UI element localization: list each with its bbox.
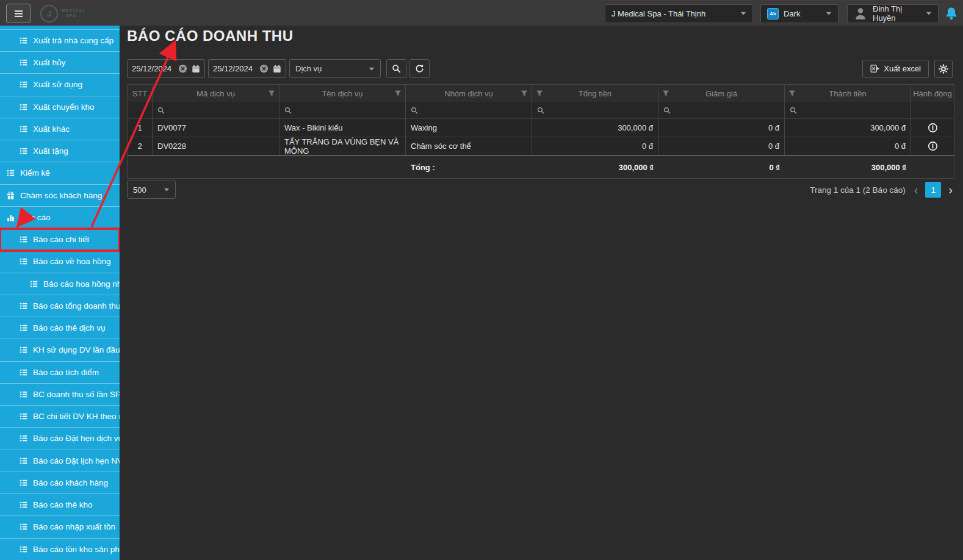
sidebar-item[interactable]: Xuất tặng [0,140,120,162]
filter-funnel-icon[interactable] [536,90,543,97]
logo-circle: J [40,5,58,23]
sidebar-item-label: Báo cáo Đặt lịch hẹn NV [33,456,120,465]
sidebar-item[interactable]: Báo cáo Đặt hẹn dịch vụ [0,428,120,450]
sidebar-item[interactable]: Xuất trả nhà cung cấp [0,30,120,52]
chart-icon [6,214,15,221]
filter-funnel-icon[interactable] [521,90,528,97]
table-cell: 1 [128,119,153,137]
main-content: BÁO CÁO DOANH THU 25/12/2024 25/12/2024 … [120,24,963,560]
column-header[interactable]: Hành động [911,85,954,102]
search-button[interactable] [386,59,406,78]
sidebar-item-label: Báo cáo tổng doanh thu [33,301,120,311]
column-search-input[interactable] [532,102,658,118]
next-page-button[interactable]: › [948,182,953,198]
list-icon [19,81,28,88]
column-header[interactable]: Tổng tiền [532,85,658,102]
column-header-label: Mã dịch vụ [197,89,235,98]
sidebar-item-label: BC chi tiết DV KH theo ngày giờ [33,412,120,421]
topbar: J MEDICAL - SPA - J Medical Spa - Thái T… [0,0,963,26]
table-row[interactable]: 1DV0077Wax - Bikini kiểuWaxing300,000 đ0… [128,118,954,137]
date-to-input[interactable]: 25/12/2024 [208,59,286,78]
info-icon[interactable] [928,123,938,133]
column-header[interactable]: STT [128,85,153,102]
filter-funnel-icon[interactable] [268,90,275,97]
sidebar-item[interactable]: Báo cáo thẻ dịch vụ [0,317,120,339]
sidebar-item[interactable]: Báo cáo nhập xuất tồn [0,516,120,538]
table-row[interactable]: 2DV0228TẨY TRẮNG DA VÙNG BẸN VÀ MÔNGChăm… [128,137,954,155]
sidebar-item[interactable]: Báo cáo tổng doanh thu [0,295,120,317]
filter-funnel-icon[interactable] [394,90,402,97]
info-icon[interactable] [928,141,938,151]
sidebar-item[interactable]: Kiểm kê [0,162,120,184]
sidebar-item[interactable]: Xuất sử dụng [0,74,120,96]
sidebar-item[interactable]: Xuất chuyển kho [0,96,120,118]
table-cell: Waxing [406,119,532,137]
prev-page-button[interactable]: ‹ [914,182,918,198]
calendar-icon[interactable] [273,65,281,73]
table-cell: Wax - Bikini kiểu [280,119,406,137]
page-size-select[interactable]: 500 [127,181,176,199]
excel-export-icon [870,64,879,73]
chevron-down-icon [369,66,375,71]
settings-button[interactable] [934,60,953,78]
total-amount: 300,000 ₫ [619,163,654,172]
export-excel-button[interactable]: Xuất excel [862,60,929,78]
column-header[interactable]: Giảm giá [658,85,785,102]
list-icon [19,412,28,420]
column-search-input[interactable] [658,102,785,118]
clear-date-icon[interactable] [178,64,187,73]
clear-date-icon[interactable] [259,64,269,73]
sidebar-item-label: Báo cáo nhập xuất tồn [33,522,115,531]
column-search-input[interactable] [785,102,911,118]
filter-funnel-icon[interactable] [788,90,796,97]
sidebar-item[interactable]: Báo cáo tích điểm [0,362,120,384]
calendar-icon[interactable] [192,65,200,73]
date-to-value: 25/12/2024 [213,64,253,73]
column-search-input[interactable] [406,102,532,118]
column-header[interactable]: Nhóm dịch vụ [406,85,532,102]
column-header[interactable]: Tên dịch vụ [280,85,406,102]
column-header-label: Nhóm dịch vụ [444,89,492,98]
column-header[interactable]: Mã dịch vụ [153,85,280,102]
row-action-cell [911,119,954,137]
sidebar-item[interactable]: Báo cáo hoa hồng nhân viê... [0,273,120,295]
notifications-bell-icon[interactable] [945,6,958,21]
branch-select[interactable]: J Medical Spa - Thái Thịnh [605,4,753,23]
sidebar-item[interactable]: Báo cáo [0,207,120,229]
menu-toggle-button[interactable] [6,4,31,23]
sidebar-item[interactable]: BC chi tiết DV KH theo ngày giờ [0,406,120,428]
sidebar-item[interactable]: Báo cáo thẻ kho [0,494,120,516]
column-search-input[interactable] [153,102,280,118]
date-from-input[interactable]: 25/12/2024 [127,59,205,78]
sidebar-item-label: Báo cáo chi tiết [33,235,89,244]
service-select[interactable]: Dịch vụ [289,59,381,78]
search-icon [411,107,418,114]
app-logo: J MEDICAL - SPA - [40,5,86,23]
sidebar-item[interactable]: Xuất hủy [0,52,120,74]
sidebar-item[interactable]: Báo cáo về hoa hồng [0,251,120,273]
sidebar-item-active[interactable]: Báo cáo chi tiết [0,229,120,251]
column-header[interactable]: Thành tiền [785,85,911,102]
sidebar-item-label: Báo cáo thẻ kho [33,500,93,509]
sidebar-item[interactable]: BC doanh thu số lần SP/ DV [0,384,120,406]
list-icon [19,59,28,66]
search-icon [284,107,292,114]
column-search-input[interactable] [280,102,406,118]
sidebar-item[interactable]: Báo cáo tồn kho sản phẩm [0,539,120,560]
list-icon [19,346,28,354]
filter-funnel-icon[interactable] [662,90,669,97]
sidebar-item-label: Xuất trả nhà cung cấp [33,36,114,45]
sidebar-item[interactable]: Xuất khác [0,118,120,140]
column-header-label: STT [132,89,148,98]
list-icon [19,479,28,487]
user-menu[interactable]: Đinh Thị Huyền [847,4,939,23]
sidebar-item[interactable]: Báo cáo khách hàng [0,472,120,494]
sidebar-item[interactable]: Báo cáo Đặt lịch hẹn NV [0,450,120,472]
page-number-button[interactable]: 1 [925,182,941,198]
refresh-button[interactable] [409,59,430,78]
sidebar-item[interactable]: Chăm sóc khách hàng [0,185,120,207]
sidebar-item[interactable]: KH sử dụng DV lần đầu [0,339,120,361]
theme-select[interactable]: Ab Dark [760,4,839,23]
sidebar-item-label: Báo cáo khách hàng [33,478,108,487]
sidebar-item-label: Báo cáo [20,213,51,222]
